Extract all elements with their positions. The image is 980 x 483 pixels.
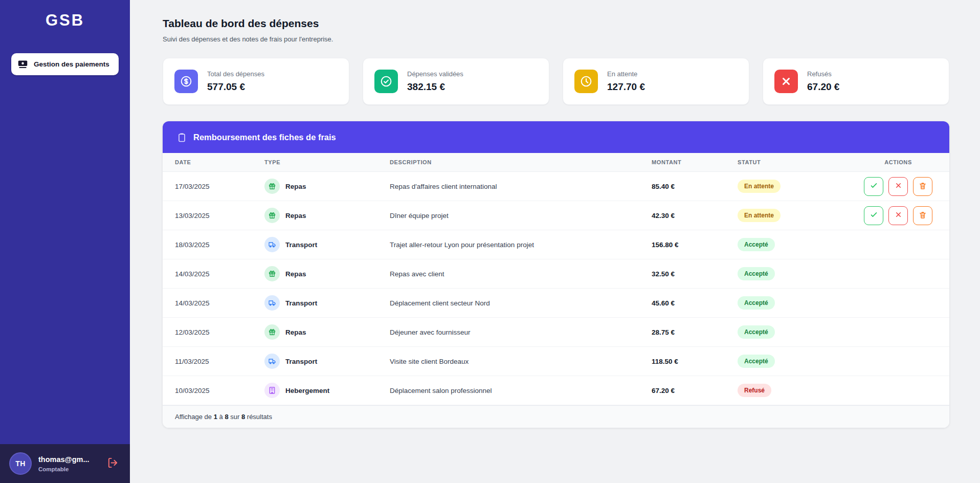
row-actions <box>859 177 937 196</box>
stat-value: 127.70 € <box>607 81 645 93</box>
sidebar: GSB Gestion des paiements TH thomas@gm..… <box>0 0 130 483</box>
reject-button[interactable] <box>888 206 908 225</box>
row-actions <box>859 323 937 342</box>
stat-card-total: Total des dépenses 577.05 € <box>163 58 349 105</box>
status-badge: En attente <box>738 209 781 222</box>
clock-icon <box>574 70 598 93</box>
footer-text: Affichage de <box>175 413 212 421</box>
row-description: Trajet aller-retour Lyon pour présentati… <box>390 241 652 249</box>
row-type: Repas <box>264 324 390 340</box>
reject-button[interactable] <box>888 177 908 196</box>
type-icon <box>264 354 280 369</box>
truck-icon <box>268 240 276 249</box>
check-circle-icon <box>374 70 398 93</box>
check-icon <box>870 210 878 221</box>
delete-button[interactable] <box>913 177 932 196</box>
row-date: 11/03/2025 <box>175 358 264 365</box>
row-type-label: Transport <box>285 299 317 307</box>
status-badge: Accepté <box>738 267 775 280</box>
stat-value: 577.05 € <box>207 81 264 93</box>
type-icon <box>264 237 280 252</box>
row-actions <box>859 265 937 283</box>
row-type: Transport <box>264 295 390 311</box>
approve-button[interactable] <box>864 206 883 225</box>
sidebar-item-label: Gestion des paiements <box>34 60 109 68</box>
column-header-montant: MONTANT <box>652 159 738 165</box>
status-badge: Accepté <box>738 238 775 251</box>
footer-text: sur <box>230 413 239 421</box>
row-date: 14/03/2025 <box>175 270 264 278</box>
row-amount: 42.30 € <box>652 212 738 219</box>
row-amount: 28.75 € <box>652 328 738 336</box>
status-badge: Accepté <box>738 355 775 368</box>
row-type: Repas <box>264 179 390 194</box>
row-actions <box>859 235 937 254</box>
row-status: Accepté <box>738 238 859 251</box>
type-icon <box>264 179 280 194</box>
logout-button[interactable] <box>105 455 121 472</box>
delete-button[interactable] <box>913 206 932 225</box>
approve-button[interactable] <box>864 177 883 196</box>
type-icon <box>264 266 280 281</box>
building-icon <box>268 386 276 394</box>
table-header: Remboursement des fiches de frais <box>163 121 949 153</box>
row-actions <box>859 294 937 313</box>
row-status: En attente <box>738 209 859 222</box>
footer-total: 8 <box>241 413 245 421</box>
status-badge: Accepté <box>738 325 775 339</box>
row-description: Déplacement salon professionnel <box>390 387 652 394</box>
footer-from: 1 <box>214 413 217 421</box>
column-header-description: DESCRIPTION <box>390 159 652 165</box>
gift-icon <box>268 270 276 278</box>
row-description: Dîner équipe projet <box>390 212 652 219</box>
x-icon <box>895 182 902 191</box>
row-date: 10/03/2025 <box>175 387 264 394</box>
row-amount: 67.20 € <box>652 387 738 394</box>
logout-icon <box>107 457 119 470</box>
row-description: Repas d'affaires client international <box>390 183 652 190</box>
row-date: 14/03/2025 <box>175 299 264 307</box>
x-icon <box>774 70 798 93</box>
check-icon <box>870 181 878 191</box>
column-header-date: DATE <box>175 159 264 165</box>
row-type-label: Transport <box>285 358 317 365</box>
row-actions <box>859 352 937 371</box>
row-type-label: Repas <box>285 212 306 219</box>
row-type-label: Repas <box>285 183 306 190</box>
stat-value: 67.20 € <box>807 81 839 93</box>
table-row: 12/03/2025 Repas Déjeuner avec fournisse… <box>163 318 949 347</box>
row-type: Transport <box>264 237 390 252</box>
column-header-actions: ACTIONS <box>859 159 937 165</box>
row-description: Déplacement client secteur Nord <box>390 299 652 307</box>
type-icon <box>264 324 280 340</box>
trash-icon <box>919 182 927 191</box>
avatar: TH <box>9 452 32 475</box>
app-logo: GSB <box>0 0 130 30</box>
truck-icon <box>268 299 276 307</box>
table-body: 17/03/2025 Repas Repas d'affaires client… <box>163 172 949 405</box>
row-status: Accepté <box>738 296 859 310</box>
expenses-table-card: Remboursement des fiches de frais DATE T… <box>163 121 949 428</box>
table-title: Remboursement des fiches de frais <box>193 133 336 142</box>
row-type-label: Hebergement <box>285 387 329 394</box>
user-email: thomas@gm... <box>38 455 90 464</box>
row-date: 12/03/2025 <box>175 328 264 336</box>
stat-text: Dépenses validées 382.15 € <box>407 70 463 93</box>
stat-label: Refusés <box>807 70 839 78</box>
stat-card-refuses: Refusés 67.20 € <box>763 58 949 105</box>
user-panel: TH thomas@gm... Comptable <box>0 444 130 483</box>
row-status: Accepté <box>738 325 859 339</box>
table-row: 18/03/2025 Transport Trajet aller-retour… <box>163 230 949 259</box>
stats-row: Total des dépenses 577.05 € Dépenses val… <box>163 58 949 105</box>
x-icon <box>895 211 902 220</box>
trash-icon <box>919 211 927 221</box>
stat-value: 382.15 € <box>407 81 463 93</box>
user-role: Comptable <box>38 466 90 472</box>
main-content: Tableau de bord des dépenses Suivi des d… <box>130 0 980 483</box>
stat-card-attente: En attente 127.70 € <box>563 58 749 105</box>
sidebar-item-gestion-paiements[interactable]: Gestion des paiements <box>11 53 119 75</box>
column-header-statut: STATUT <box>738 159 859 165</box>
row-type-label: Transport <box>285 241 317 249</box>
table-footer: Affichage de 1 à 8 sur 8 résultats <box>163 405 949 428</box>
stat-text: Refusés 67.20 € <box>807 70 839 93</box>
